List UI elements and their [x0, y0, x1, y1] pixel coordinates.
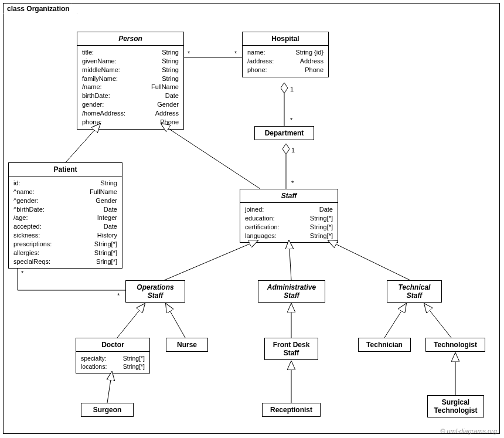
class-technician-name: Technician: [359, 338, 410, 351]
class-person-name: Person: [77, 32, 183, 46]
class-technologist-name: Technologist: [426, 338, 485, 351]
class-doctor-name: Doctor: [76, 338, 149, 352]
class-hospital: Hospital name:String {id}/address:Addres…: [242, 32, 329, 77]
class-receptionist-name: Receptionist: [263, 403, 320, 416]
class-surgical-technologist-name: SurgicalTechnologist: [428, 396, 483, 417]
class-technical-staff-name: TechnicalStaff: [387, 281, 441, 302]
mult-hospital-side: *: [234, 50, 237, 57]
class-operations-staff: OperationsStaff: [125, 280, 185, 303]
class-staff: Staff joined:Dateeducation:String[*]cert…: [240, 189, 338, 243]
mult-person-side: *: [188, 50, 190, 57]
class-person: Person title:StringgivenName:Stringmiddl…: [77, 32, 184, 130]
class-technologist: Technologist: [425, 338, 485, 352]
mult-hosp-dept-star: *: [290, 117, 292, 124]
watermark: © uml-diagrams.org: [440, 427, 497, 434]
class-doctor: Doctor specialty:String[*]locations:Stri…: [76, 338, 150, 374]
class-front-desk-staff-name: Front DeskStaff: [265, 338, 318, 359]
class-hospital-name: Hospital: [243, 32, 328, 46]
class-front-desk-staff: Front DeskStaff: [264, 338, 318, 360]
class-surgical-technologist: SurgicalTechnologist: [427, 395, 484, 417]
class-technician: Technician: [358, 338, 411, 352]
class-administrative-staff-name: AdministrativeStaff: [258, 281, 325, 302]
class-nurse: Nurse: [166, 338, 208, 352]
class-technical-staff: TechnicalStaff: [387, 280, 442, 303]
class-department-name: Department: [255, 127, 314, 140]
class-patient: Patient id:String^name:FullName^gender:G…: [8, 162, 122, 269]
mult-dept-staff-1: 1: [291, 147, 295, 154]
class-surgeon-name: Surgeon: [81, 403, 133, 416]
class-administrative-staff: AdministrativeStaff: [258, 280, 325, 303]
mult-hosp-dept-1: 1: [290, 86, 294, 93]
class-nurse-name: Nurse: [166, 338, 207, 351]
class-patient-name: Patient: [9, 163, 122, 176]
class-surgeon: Surgeon: [81, 403, 134, 417]
mult-ops-patient-ops: *: [117, 292, 120, 299]
class-receptionist: Receptionist: [262, 403, 321, 417]
mult-dept-staff-star: *: [291, 179, 294, 186]
frame-title: class Organization: [3, 3, 77, 14]
class-department: Department: [254, 126, 314, 140]
class-staff-name: Staff: [240, 189, 338, 203]
mult-ops-patient-patient: *: [21, 270, 23, 277]
class-operations-staff-name: OperationsStaff: [126, 281, 185, 302]
